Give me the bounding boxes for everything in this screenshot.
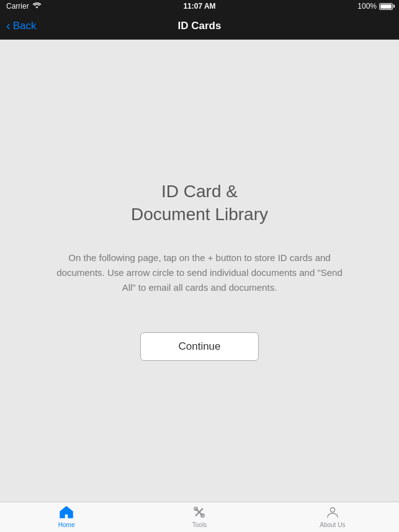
home-icon	[60, 506, 73, 520]
tools-icon	[192, 506, 206, 520]
status-bar-right: 100%	[357, 2, 393, 11]
nav-title: ID Cards	[178, 20, 222, 32]
page-description: On the following page, tap on the + butt…	[51, 250, 349, 295]
tab-tools[interactable]: Tools	[133, 502, 266, 532]
svg-point-4	[330, 508, 334, 512]
tab-home-label: Home	[58, 521, 75, 528]
battery-percent: 100%	[357, 2, 377, 11]
carrier-label: Carrier	[6, 2, 29, 11]
status-bar: Carrier 11:07 AM 100%	[0, 0, 399, 12]
tab-tools-label: Tools	[192, 521, 207, 528]
page-heading: ID Card &Document Library	[131, 180, 268, 226]
back-label: Back	[13, 20, 37, 32]
battery-icon	[379, 3, 393, 10]
tab-home[interactable]: Home	[0, 502, 133, 532]
status-bar-left: Carrier	[6, 2, 42, 11]
wifi-icon	[32, 2, 42, 11]
tab-about-us[interactable]: About Us	[266, 502, 399, 532]
continue-button[interactable]: Continue	[140, 332, 258, 361]
tab-bar: Home Tools About Us	[0, 502, 399, 532]
tab-about-us-label: About Us	[320, 521, 345, 528]
back-chevron-icon: ‹	[6, 19, 11, 32]
back-button[interactable]: ‹ Back	[6, 20, 36, 32]
main-content: ID Card &Document Library On the followi…	[0, 40, 399, 502]
nav-bar: ‹ Back ID Cards	[0, 12, 399, 40]
status-bar-time: 11:07 AM	[183, 2, 215, 11]
person-icon	[326, 506, 339, 520]
